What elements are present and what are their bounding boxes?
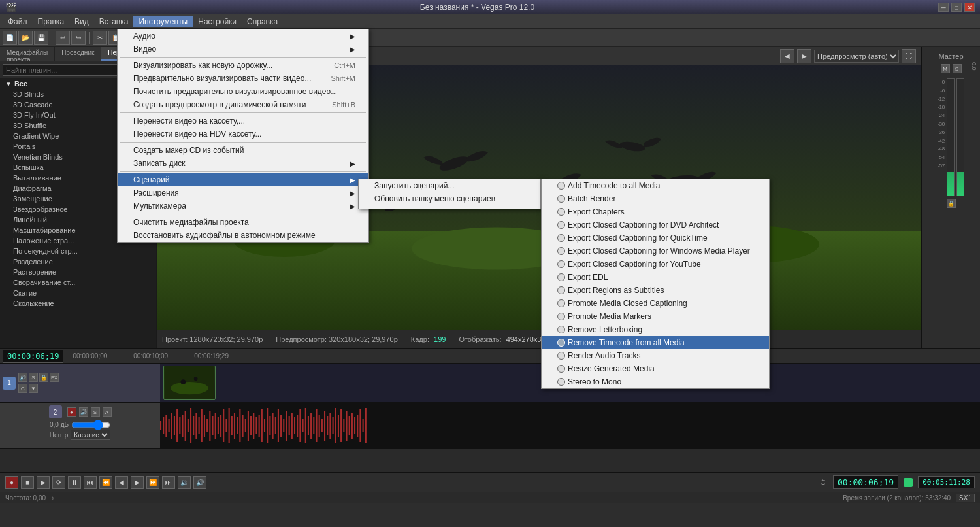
track-solo-2[interactable]: S xyxy=(91,407,100,416)
menu-cd-marker[interactable]: Создать макер CD из событий xyxy=(118,144,368,157)
next-frame[interactable]: ⏭ xyxy=(162,476,175,489)
menu-pre-render[interactable]: Предварительно визуализировать части вид… xyxy=(118,72,368,85)
prev-frame[interactable]: ⏮ xyxy=(84,476,97,489)
maximize-button[interactable]: □ xyxy=(951,3,962,12)
menu-export-cc-qt[interactable]: Export Closed Captioning for QuickTime xyxy=(542,231,769,245)
vol-up[interactable]: 🔊 xyxy=(193,476,206,489)
save-button[interactable]: 💾 xyxy=(34,31,48,45)
menu-clean-media[interactable]: Очистить медиафайлы проекта xyxy=(118,216,368,229)
menu-insert[interactable]: Вставка xyxy=(94,16,134,27)
list-item[interactable]: Сворачивание ст... xyxy=(8,277,156,288)
menu-export-hdv[interactable]: Перенести видео на HDV кассету... xyxy=(118,128,368,141)
menu-help[interactable]: Справка xyxy=(242,16,283,27)
menu-export-tape[interactable]: Перенести видео на кассету,... xyxy=(118,114,368,128)
track-record-2[interactable]: ● xyxy=(67,407,76,416)
stop-button[interactable]: ■ xyxy=(21,476,34,489)
list-item[interactable]: Скатие xyxy=(8,288,156,298)
menu-view[interactable]: Вид xyxy=(69,16,94,27)
list-item[interactable]: По секундной стр... xyxy=(8,246,156,256)
menu-resize-gen[interactable]: Resize Generated Media xyxy=(542,362,769,375)
menu-burn-disc[interactable]: Записать диск ▶ xyxy=(118,157,368,170)
menu-update-scenarios[interactable]: Обновить папку меню сценариев xyxy=(359,192,540,205)
track-solo-1[interactable]: S xyxy=(29,373,38,382)
menu-clean-render[interactable]: Почистить предварительно визуализированн… xyxy=(118,85,368,98)
vol-down[interactable]: 🔉 xyxy=(178,476,191,489)
next-marker[interactable]: ▶ xyxy=(131,476,144,489)
scenarios-submenu[interactable]: Запустить сценарий... Обновить папку мен… xyxy=(358,178,541,209)
menu-batch-render[interactable]: Batch Render xyxy=(542,192,769,205)
list-item[interactable]: Скольжение xyxy=(8,298,156,309)
undo-button[interactable]: ↩ xyxy=(56,31,70,45)
scripts-submenu[interactable]: Add Timecode to all Media Batch Render E… xyxy=(541,178,770,389)
menu-settings[interactable]: Настройки xyxy=(193,16,242,27)
title-bar: 🎬 Без названия * - Vegas Pro 12.0 ─ □ ✕ xyxy=(0,0,980,14)
master-mute[interactable]: M xyxy=(941,64,950,73)
menu-export-cc-yt[interactable]: Export Closed Captioning for YouTube xyxy=(542,258,769,271)
record-button[interactable]: ● xyxy=(5,476,18,489)
menu-export-cc-dvd[interactable]: Export Closed Captioning for DVD Archite… xyxy=(542,218,769,231)
track-mute-2[interactable]: 🔊 xyxy=(79,407,88,416)
track-comp-1[interactable]: C xyxy=(18,384,27,393)
touch-mode-select[interactable]: Касание xyxy=(71,430,110,440)
preview-nav-right[interactable]: ▶ xyxy=(797,49,811,63)
menu-promote-cc[interactable]: Promote Media Closed Captioning xyxy=(542,297,769,310)
next-event[interactable]: ⏩ xyxy=(146,476,159,489)
menu-export-chapters[interactable]: Export Chapters xyxy=(542,205,769,218)
tab-explorer[interactable]: Проводник xyxy=(55,47,101,61)
menu-video[interactable]: Видео ▶ xyxy=(118,42,368,56)
list-item[interactable]: Растворение xyxy=(8,267,156,277)
new-button[interactable]: 📄 xyxy=(3,31,17,45)
track-mute-1[interactable]: 🔊 xyxy=(18,373,27,382)
tab-media-files[interactable]: Медиафайлы проекта xyxy=(0,47,55,61)
menu-add-timecode[interactable]: Add Timecode to all Media xyxy=(542,179,769,192)
menu-export-regions[interactable]: Export Regions as Subtitles xyxy=(542,284,769,297)
menu-promote-markers[interactable]: Promote Media Markers xyxy=(542,310,769,323)
svg-rect-32 xyxy=(204,415,205,437)
menu-export-cc-wmp[interactable]: Export Closed Captioning for Windows Med… xyxy=(542,245,769,258)
svg-rect-30 xyxy=(199,417,200,434)
menu-multicam[interactable]: Мультикамера ▶ xyxy=(118,199,368,212)
open-button[interactable]: 📂 xyxy=(18,31,33,45)
menu-remove-timecode[interactable]: Remove Timecode from all Media xyxy=(542,336,769,349)
track-fx-1[interactable]: FX xyxy=(50,373,59,382)
svg-rect-89 xyxy=(359,409,361,442)
menu-run-scenario[interactable]: Запустить сценарий... xyxy=(359,179,540,192)
menu-edit[interactable]: Правка xyxy=(33,16,70,27)
cut-button[interactable]: ✂ xyxy=(93,31,107,45)
preview-nav-left[interactable]: ◀ xyxy=(780,49,794,63)
prev-event[interactable]: ⏪ xyxy=(99,476,112,489)
track-arm-2[interactable]: A xyxy=(103,407,112,416)
preview-fullscreen[interactable]: ⛶ xyxy=(902,49,916,63)
menu-tools[interactable]: Инструменты xyxy=(133,16,193,27)
track-expand-1[interactable]: ▼ xyxy=(29,384,38,393)
menu-render-new[interactable]: Визуализировать как новую дорожку... Ctr… xyxy=(118,59,368,72)
volume-slider[interactable] xyxy=(71,422,110,428)
tools-dropdown-menu[interactable]: Аудио ▶ Видео ▶ Визуализировать как нову… xyxy=(117,29,369,243)
redo-button[interactable]: ↪ xyxy=(71,31,86,45)
menu-remove-letter[interactable]: Remove Letterboxing xyxy=(542,323,769,336)
master-solo[interactable]: S xyxy=(953,64,962,73)
menu-restore-audio[interactable]: Восстановить аудиофайлы в автономном реж… xyxy=(118,229,368,242)
menu-render-audio[interactable]: Render Audio Tracks xyxy=(542,349,769,362)
prev-marker[interactable]: ◀ xyxy=(115,476,128,489)
video-clip[interactable] xyxy=(163,366,216,400)
track-lock-1[interactable]: 🔒 xyxy=(39,373,48,382)
menu-scenario[interactable]: Сценарий ▶ xyxy=(118,173,368,186)
svg-rect-71 xyxy=(310,413,312,439)
svg-rect-91 xyxy=(365,408,367,443)
list-item[interactable]: Разделение xyxy=(8,256,156,267)
menu-file[interactable]: Файл xyxy=(3,16,33,27)
play-loop-button[interactable]: ⟳ xyxy=(52,476,65,489)
play-button[interactable]: ▶ xyxy=(37,476,50,489)
menu-export-edl[interactable]: Export EDL xyxy=(542,271,769,284)
minimize-button[interactable]: ─ xyxy=(938,3,949,12)
app-icon: 🎬 xyxy=(5,2,16,12)
preview-mode-select[interactable]: Предпросмотр (авто) xyxy=(814,50,899,63)
menu-stereo-mono[interactable]: Stereo to Mono xyxy=(542,375,769,388)
master-lock[interactable]: 🔒 xyxy=(947,199,956,208)
menu-audio[interactable]: Аудио ▶ xyxy=(118,29,368,42)
menu-create-preview[interactable]: Создать предпросмотр в динамической памя… xyxy=(118,98,368,111)
menu-extensions[interactable]: Расширения ▶ xyxy=(118,186,368,199)
close-button[interactable]: ✕ xyxy=(964,3,975,12)
pause-button[interactable]: ⏸ xyxy=(68,476,81,489)
